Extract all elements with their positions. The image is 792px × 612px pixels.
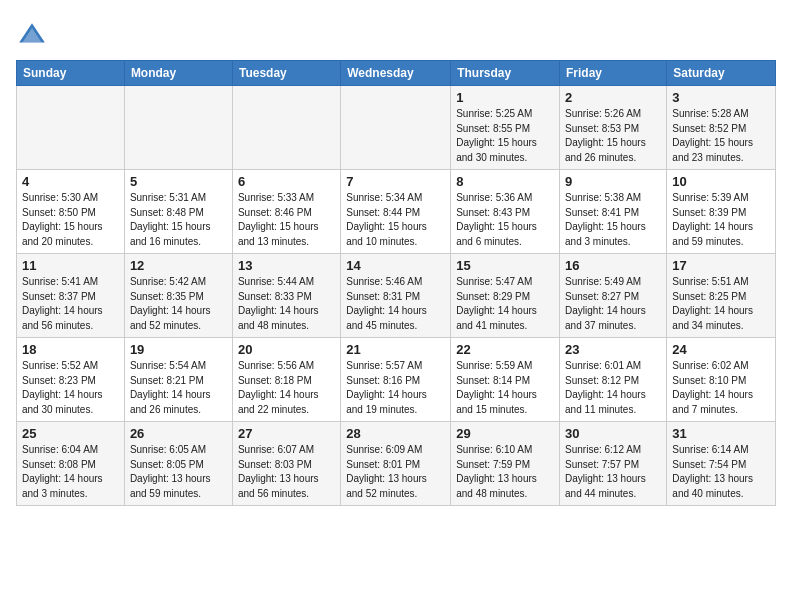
day-info: Sunrise: 5:42 AM Sunset: 8:35 PM Dayligh… <box>130 275 227 333</box>
day-number: 26 <box>130 426 227 441</box>
day-number: 19 <box>130 342 227 357</box>
day-info: Sunrise: 5:33 AM Sunset: 8:46 PM Dayligh… <box>238 191 335 249</box>
calendar-cell: 2Sunrise: 5:26 AM Sunset: 8:53 PM Daylig… <box>560 86 667 170</box>
day-number: 6 <box>238 174 335 189</box>
calendar-week-5: 25Sunrise: 6:04 AM Sunset: 8:08 PM Dayli… <box>17 422 776 506</box>
day-number: 31 <box>672 426 770 441</box>
calendar-cell: 4Sunrise: 5:30 AM Sunset: 8:50 PM Daylig… <box>17 170 125 254</box>
day-info: Sunrise: 5:31 AM Sunset: 8:48 PM Dayligh… <box>130 191 227 249</box>
calendar-cell: 22Sunrise: 5:59 AM Sunset: 8:14 PM Dayli… <box>451 338 560 422</box>
calendar-cell: 15Sunrise: 5:47 AM Sunset: 8:29 PM Dayli… <box>451 254 560 338</box>
day-info: Sunrise: 5:51 AM Sunset: 8:25 PM Dayligh… <box>672 275 770 333</box>
header <box>16 16 776 52</box>
calendar-cell: 6Sunrise: 5:33 AM Sunset: 8:46 PM Daylig… <box>232 170 340 254</box>
day-number: 1 <box>456 90 554 105</box>
day-info: Sunrise: 5:54 AM Sunset: 8:21 PM Dayligh… <box>130 359 227 417</box>
day-number: 14 <box>346 258 445 273</box>
day-number: 9 <box>565 174 661 189</box>
calendar-week-4: 18Sunrise: 5:52 AM Sunset: 8:23 PM Dayli… <box>17 338 776 422</box>
day-info: Sunrise: 5:25 AM Sunset: 8:55 PM Dayligh… <box>456 107 554 165</box>
calendar-cell: 7Sunrise: 5:34 AM Sunset: 8:44 PM Daylig… <box>341 170 451 254</box>
day-info: Sunrise: 5:38 AM Sunset: 8:41 PM Dayligh… <box>565 191 661 249</box>
calendar-cell: 9Sunrise: 5:38 AM Sunset: 8:41 PM Daylig… <box>560 170 667 254</box>
calendar-cell: 29Sunrise: 6:10 AM Sunset: 7:59 PM Dayli… <box>451 422 560 506</box>
calendar-cell: 8Sunrise: 5:36 AM Sunset: 8:43 PM Daylig… <box>451 170 560 254</box>
day-number: 13 <box>238 258 335 273</box>
day-number: 23 <box>565 342 661 357</box>
weekday-header-wednesday: Wednesday <box>341 61 451 86</box>
day-info: Sunrise: 5:59 AM Sunset: 8:14 PM Dayligh… <box>456 359 554 417</box>
day-info: Sunrise: 5:36 AM Sunset: 8:43 PM Dayligh… <box>456 191 554 249</box>
day-number: 20 <box>238 342 335 357</box>
day-number: 29 <box>456 426 554 441</box>
day-info: Sunrise: 6:01 AM Sunset: 8:12 PM Dayligh… <box>565 359 661 417</box>
calendar-cell: 20Sunrise: 5:56 AM Sunset: 8:18 PM Dayli… <box>232 338 340 422</box>
calendar-table: SundayMondayTuesdayWednesdayThursdayFrid… <box>16 60 776 506</box>
day-number: 17 <box>672 258 770 273</box>
calendar-cell <box>341 86 451 170</box>
day-number: 3 <box>672 90 770 105</box>
day-number: 12 <box>130 258 227 273</box>
calendar-week-3: 11Sunrise: 5:41 AM Sunset: 8:37 PM Dayli… <box>17 254 776 338</box>
day-info: Sunrise: 6:04 AM Sunset: 8:08 PM Dayligh… <box>22 443 119 501</box>
calendar-cell: 21Sunrise: 5:57 AM Sunset: 8:16 PM Dayli… <box>341 338 451 422</box>
calendar-cell: 13Sunrise: 5:44 AM Sunset: 8:33 PM Dayli… <box>232 254 340 338</box>
day-number: 16 <box>565 258 661 273</box>
day-info: Sunrise: 6:02 AM Sunset: 8:10 PM Dayligh… <box>672 359 770 417</box>
calendar-cell: 16Sunrise: 5:49 AM Sunset: 8:27 PM Dayli… <box>560 254 667 338</box>
day-info: Sunrise: 5:49 AM Sunset: 8:27 PM Dayligh… <box>565 275 661 333</box>
calendar-cell: 1Sunrise: 5:25 AM Sunset: 8:55 PM Daylig… <box>451 86 560 170</box>
calendar-cell <box>17 86 125 170</box>
calendar-cell <box>124 86 232 170</box>
day-info: Sunrise: 6:12 AM Sunset: 7:57 PM Dayligh… <box>565 443 661 501</box>
calendar-cell: 17Sunrise: 5:51 AM Sunset: 8:25 PM Dayli… <box>667 254 776 338</box>
calendar-cell: 28Sunrise: 6:09 AM Sunset: 8:01 PM Dayli… <box>341 422 451 506</box>
day-number: 21 <box>346 342 445 357</box>
day-number: 11 <box>22 258 119 273</box>
day-info: Sunrise: 5:39 AM Sunset: 8:39 PM Dayligh… <box>672 191 770 249</box>
day-info: Sunrise: 5:44 AM Sunset: 8:33 PM Dayligh… <box>238 275 335 333</box>
day-number: 10 <box>672 174 770 189</box>
day-number: 5 <box>130 174 227 189</box>
logo <box>16 20 52 52</box>
day-info: Sunrise: 5:26 AM Sunset: 8:53 PM Dayligh… <box>565 107 661 165</box>
weekday-header-thursday: Thursday <box>451 61 560 86</box>
day-number: 27 <box>238 426 335 441</box>
day-info: Sunrise: 5:28 AM Sunset: 8:52 PM Dayligh… <box>672 107 770 165</box>
calendar-cell: 18Sunrise: 5:52 AM Sunset: 8:23 PM Dayli… <box>17 338 125 422</box>
calendar-cell: 31Sunrise: 6:14 AM Sunset: 7:54 PM Dayli… <box>667 422 776 506</box>
weekday-header-saturday: Saturday <box>667 61 776 86</box>
day-info: Sunrise: 5:41 AM Sunset: 8:37 PM Dayligh… <box>22 275 119 333</box>
day-info: Sunrise: 5:34 AM Sunset: 8:44 PM Dayligh… <box>346 191 445 249</box>
day-number: 18 <box>22 342 119 357</box>
calendar-cell: 23Sunrise: 6:01 AM Sunset: 8:12 PM Dayli… <box>560 338 667 422</box>
calendar-week-2: 4Sunrise: 5:30 AM Sunset: 8:50 PM Daylig… <box>17 170 776 254</box>
day-info: Sunrise: 5:30 AM Sunset: 8:50 PM Dayligh… <box>22 191 119 249</box>
day-number: 7 <box>346 174 445 189</box>
day-info: Sunrise: 5:57 AM Sunset: 8:16 PM Dayligh… <box>346 359 445 417</box>
day-info: Sunrise: 5:56 AM Sunset: 8:18 PM Dayligh… <box>238 359 335 417</box>
calendar-cell <box>232 86 340 170</box>
day-info: Sunrise: 6:09 AM Sunset: 8:01 PM Dayligh… <box>346 443 445 501</box>
calendar-header: SundayMondayTuesdayWednesdayThursdayFrid… <box>17 61 776 86</box>
day-number: 24 <box>672 342 770 357</box>
day-info: Sunrise: 6:07 AM Sunset: 8:03 PM Dayligh… <box>238 443 335 501</box>
calendar-cell: 27Sunrise: 6:07 AM Sunset: 8:03 PM Dayli… <box>232 422 340 506</box>
day-info: Sunrise: 5:47 AM Sunset: 8:29 PM Dayligh… <box>456 275 554 333</box>
day-info: Sunrise: 6:14 AM Sunset: 7:54 PM Dayligh… <box>672 443 770 501</box>
weekday-header-sunday: Sunday <box>17 61 125 86</box>
day-number: 4 <box>22 174 119 189</box>
calendar-cell: 5Sunrise: 5:31 AM Sunset: 8:48 PM Daylig… <box>124 170 232 254</box>
calendar-cell: 25Sunrise: 6:04 AM Sunset: 8:08 PM Dayli… <box>17 422 125 506</box>
day-info: Sunrise: 6:10 AM Sunset: 7:59 PM Dayligh… <box>456 443 554 501</box>
day-number: 8 <box>456 174 554 189</box>
calendar-cell: 11Sunrise: 5:41 AM Sunset: 8:37 PM Dayli… <box>17 254 125 338</box>
calendar-cell: 3Sunrise: 5:28 AM Sunset: 8:52 PM Daylig… <box>667 86 776 170</box>
day-number: 2 <box>565 90 661 105</box>
day-number: 28 <box>346 426 445 441</box>
day-number: 30 <box>565 426 661 441</box>
calendar-cell: 24Sunrise: 6:02 AM Sunset: 8:10 PM Dayli… <box>667 338 776 422</box>
calendar-cell: 12Sunrise: 5:42 AM Sunset: 8:35 PM Dayli… <box>124 254 232 338</box>
calendar-week-1: 1Sunrise: 5:25 AM Sunset: 8:55 PM Daylig… <box>17 86 776 170</box>
day-number: 25 <box>22 426 119 441</box>
